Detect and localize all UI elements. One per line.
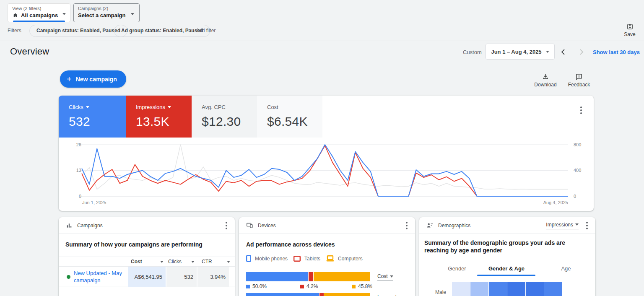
page-title: Overview bbox=[10, 46, 49, 57]
campaigns-card-description: Summary of how your campaigns are perfor… bbox=[65, 241, 225, 248]
filter-chip-campaign-status[interactable]: Campaign status: Enabled, Paused bbox=[29, 25, 127, 37]
devices-bar2-metric-selector[interactable]: Impressions bbox=[377, 294, 410, 296]
campaigns-card-title: Campaigns bbox=[77, 223, 103, 228]
column-header-ctr[interactable]: CTR bbox=[202, 259, 230, 265]
add-filter-button[interactable]: Add filter bbox=[196, 28, 216, 34]
active-tab-indicator bbox=[477, 275, 535, 276]
campaign-status-dot bbox=[67, 275, 70, 279]
chevron-down-icon bbox=[62, 13, 66, 15]
devices-cost-bar bbox=[246, 272, 371, 281]
demographics-card-description: Summary of the demographic groups your a… bbox=[424, 239, 590, 254]
legend-item-computers: Computers bbox=[326, 255, 363, 262]
heatmap-cell[interactable] bbox=[544, 282, 562, 296]
chevron-down-icon bbox=[131, 13, 134, 15]
tablet-icon bbox=[293, 256, 301, 262]
download-button[interactable]: Download bbox=[533, 73, 558, 88]
bar-chart-icon bbox=[66, 222, 73, 229]
left-axis-tick: 0 bbox=[69, 194, 81, 199]
computer-swatch bbox=[352, 285, 356, 288]
toolbar-divider bbox=[0, 41, 644, 41]
heatmap-cell[interactable] bbox=[452, 282, 470, 296]
demographics-metric-selector[interactable]: Impressions bbox=[546, 222, 579, 229]
chevron-down-icon bbox=[160, 261, 164, 263]
devices-card-description: Ad performance across devices bbox=[246, 241, 405, 248]
demographics-icon bbox=[426, 222, 434, 229]
table-row: New Updated - May camapaign A$6,541.95 5… bbox=[59, 266, 235, 286]
view-selector[interactable]: View (2 filters) All campaigns bbox=[8, 3, 70, 22]
filters-label: Filters bbox=[8, 28, 21, 34]
devices-pct-computers: 45.8% bbox=[352, 283, 372, 289]
save-icon bbox=[626, 23, 634, 30]
campaigns-table-header: Cost Clicks CTR bbox=[59, 257, 235, 266]
campaign-clicks-value: 532 bbox=[166, 267, 197, 287]
active-view-indicator bbox=[13, 21, 65, 22]
chevron-down-icon bbox=[575, 223, 579, 226]
campaign-selector[interactable]: Campaigns (2) Select a campaign bbox=[73, 3, 140, 22]
demographics-card-title: Demographics bbox=[438, 223, 470, 228]
heatmap-row-label: Male bbox=[435, 289, 446, 295]
performance-chart-card: Clicks 532 Impressions 13.5K Avg. CPC $1… bbox=[59, 96, 594, 211]
legend-item-tablets: Tablets bbox=[293, 256, 320, 262]
feedback-button[interactable]: Feedback bbox=[567, 73, 591, 88]
show-last-30-days-link[interactable]: Show last 30 days bbox=[593, 49, 640, 55]
save-button[interactable]: Save bbox=[621, 23, 639, 37]
campaign-selector-value: Select a campaign bbox=[78, 12, 125, 18]
devices-card: Devices Ad performance across devices Mo… bbox=[239, 217, 415, 296]
view-selector-label: View (2 filters) bbox=[12, 6, 66, 11]
right-axis-tick: 800 bbox=[574, 142, 581, 147]
plus-icon: + bbox=[67, 75, 72, 83]
demographics-heatmap-row bbox=[452, 282, 562, 296]
bar-segment-tablets bbox=[319, 293, 324, 296]
previous-period-button[interactable] bbox=[558, 46, 569, 58]
tablet-swatch bbox=[300, 285, 304, 288]
demographics-card-menu-button[interactable] bbox=[584, 220, 589, 231]
right-axis-tick: 0 bbox=[574, 194, 576, 199]
bar-segment-mobile-phones bbox=[246, 272, 308, 281]
campaign-name-link[interactable]: New Updated - May camapaign bbox=[74, 270, 122, 284]
heatmap-cell[interactable] bbox=[470, 282, 488, 296]
new-campaign-button[interactable]: + New campaign bbox=[60, 70, 126, 88]
chevron-left-icon bbox=[560, 49, 567, 55]
chevron-down-icon bbox=[390, 275, 393, 278]
bar-segment-computers bbox=[314, 272, 370, 281]
heatmap-cell[interactable] bbox=[507, 282, 525, 296]
home-icon bbox=[12, 12, 18, 18]
x-axis-start-label: Jun 1, 2025 bbox=[82, 200, 106, 205]
campaign-ctr-value: 3.94% bbox=[197, 267, 229, 287]
devices-pct-tablets: 4.2% bbox=[300, 283, 318, 289]
demographics-card: Demographics Impressions Summary of the … bbox=[419, 217, 595, 296]
date-range-type: Custom bbox=[463, 49, 482, 55]
column-header-clicks[interactable]: Clicks bbox=[168, 259, 195, 265]
tab-gender-and-age[interactable]: Gender & Age bbox=[477, 265, 536, 272]
chevron-right-icon bbox=[578, 49, 584, 55]
mobile-phone-icon bbox=[246, 255, 251, 262]
computer-icon bbox=[326, 255, 334, 262]
devices-bar1-metric-selector[interactable]: Cost bbox=[377, 273, 393, 281]
chevron-down-icon bbox=[546, 51, 549, 53]
column-header-cost[interactable]: Cost bbox=[131, 259, 164, 265]
devices-legend: Mobile phones Tablets Computers bbox=[246, 255, 363, 262]
date-range-value: Jun 1 – Aug 4, 2025 bbox=[491, 49, 541, 55]
tab-age[interactable]: Age bbox=[545, 265, 587, 272]
next-period-button[interactable] bbox=[575, 46, 587, 58]
campaigns-card: Campaigns Summary of how your campaigns … bbox=[59, 217, 235, 296]
performance-trend-chart bbox=[59, 96, 594, 211]
legend-item-mobile: Mobile phones bbox=[246, 255, 288, 262]
left-axis-tick: 13 bbox=[69, 168, 81, 173]
ads-overview-page: View (2 filters) All campaigns Campaigns… bbox=[0, 0, 644, 296]
heatmap-cell[interactable] bbox=[489, 282, 507, 296]
right-axis-tick: 400 bbox=[574, 168, 581, 173]
date-range-picker[interactable]: Jun 1 – Aug 4, 2025 bbox=[486, 44, 555, 60]
devices-card-menu-button[interactable] bbox=[404, 220, 409, 231]
heatmap-cell[interactable] bbox=[526, 282, 544, 296]
devices-card-title: Devices bbox=[258, 223, 276, 228]
devices-impressions-bar bbox=[246, 293, 371, 296]
tab-gender[interactable]: Gender bbox=[432, 265, 482, 272]
download-icon bbox=[542, 73, 549, 80]
campaigns-card-menu-button[interactable] bbox=[224, 220, 229, 231]
view-selector-value: All campaigns bbox=[21, 12, 58, 18]
devices-pct-mobile: 50.0% bbox=[246, 283, 267, 289]
bar-segment-tablets bbox=[309, 272, 313, 281]
feedback-icon bbox=[575, 73, 583, 80]
mobile-swatch bbox=[246, 285, 250, 288]
